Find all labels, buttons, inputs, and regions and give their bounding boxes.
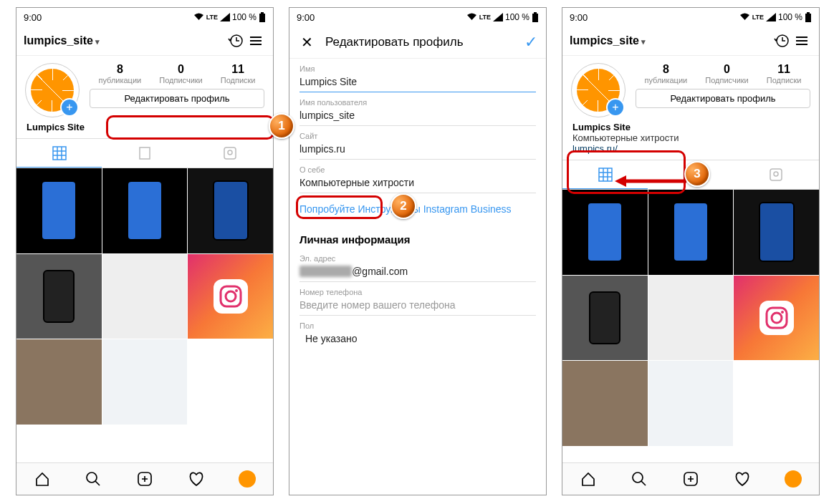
edit-header: ✕ Редактировать профиль ✓	[289, 26, 546, 59]
post-thumb[interactable]	[734, 361, 819, 446]
post-thumb[interactable]	[188, 168, 273, 253]
post-thumb[interactable]	[188, 254, 273, 339]
stat-following[interactable]: 11Подписки	[221, 63, 256, 84]
field-website[interactable]: Сайт lumpics.ru	[289, 126, 546, 160]
status-icons: LTE 100 %	[466, 12, 539, 22]
field-bio[interactable]: О себе Компьютерные хитрости	[289, 160, 546, 193]
menu-icon[interactable]	[246, 31, 266, 51]
tab-grid[interactable]	[562, 160, 648, 189]
profile-row: + 8публикации 0Подписчики 11Подписки Ред…	[16, 56, 273, 120]
history-icon[interactable]	[226, 31, 246, 51]
field-phone[interactable]: Номер телефона Введите номер вашего теле…	[289, 282, 546, 316]
svg-point-21	[781, 311, 784, 314]
field-username[interactable]: Имя пользователя lumpics_site	[289, 92, 546, 126]
signal-icon	[493, 13, 503, 21]
profile-header: lumpics_site	[562, 26, 819, 56]
signal-icon	[220, 13, 230, 21]
add-story-icon[interactable]: +	[60, 98, 79, 117]
post-thumb[interactable]	[16, 254, 102, 339]
profile-header: lumpics_site	[16, 26, 273, 56]
svg-point-22	[633, 472, 643, 483]
status-time: 9:00	[570, 12, 739, 23]
input-bio[interactable]: Компьютерные хитрости	[299, 174, 536, 193]
stat-following[interactable]: 11Подписки	[767, 63, 802, 84]
status-bar: 9:00 LTE 100 %	[289, 8, 546, 26]
tab-tagged[interactable]	[734, 160, 819, 189]
screen-edit-profile: 9:00 LTE 100 % ✕ Редактировать профиль ✓…	[289, 7, 547, 495]
step-marker-1: 1	[269, 113, 294, 139]
post-thumb[interactable]	[734, 190, 819, 275]
bio-link[interactable]: lumpics.ru/	[572, 143, 809, 154]
avatar[interactable]: +	[571, 63, 626, 117]
svg-rect-14	[807, 12, 810, 14]
stat-followers[interactable]: 0Подписчики	[159, 63, 203, 84]
field-gender[interactable]: Пол Не указано	[289, 316, 546, 349]
post-thumb[interactable]	[102, 339, 188, 425]
edit-profile-button[interactable]: Редактировать профиль	[636, 89, 810, 108]
tab-tagged[interactable]	[188, 139, 273, 168]
stat-followers[interactable]: 0Подписчики	[705, 63, 749, 84]
confirm-icon[interactable]: ✓	[524, 33, 537, 52]
nav-home-icon[interactable]	[16, 463, 68, 495]
post-thumb[interactable]	[102, 168, 188, 253]
field-name[interactable]: Имя Lumpics Site	[289, 59, 546, 92]
edit-profile-button[interactable]: Редактировать профиль	[90, 89, 264, 108]
wifi-icon	[466, 13, 477, 21]
close-icon[interactable]: ✕	[298, 34, 315, 51]
nav-search-icon[interactable]	[68, 463, 120, 495]
section-personal: Личная информация	[289, 225, 546, 248]
username-dropdown[interactable]: lumpics_site	[24, 34, 226, 47]
svg-rect-0	[259, 14, 265, 22]
nav-activity-icon[interactable]	[716, 463, 768, 495]
stat-posts[interactable]: 8публикации	[645, 63, 688, 84]
field-email[interactable]: Эл. адрес lumpics.site@gmail.com	[289, 248, 546, 282]
status-icons: LTE 100 %	[739, 12, 812, 22]
input-username[interactable]: lumpics_site	[299, 107, 536, 126]
post-thumb[interactable]	[562, 361, 648, 446]
network-label: LTE	[752, 14, 764, 21]
screen-profile-before: 9:00 LTE 100 % lumpics_site + 8публикаци…	[16, 7, 274, 495]
battery-icon	[259, 12, 266, 22]
nav-activity-icon[interactable]	[171, 463, 222, 495]
nav-search-icon[interactable]	[614, 463, 666, 495]
input-phone[interactable]: Введите номер вашего телефона	[299, 296, 536, 316]
post-thumb[interactable]	[102, 254, 188, 339]
post-thumb[interactable]	[648, 276, 734, 361]
post-thumb[interactable]	[734, 276, 819, 361]
nav-profile-icon[interactable]	[221, 463, 273, 495]
nav-profile-icon[interactable]	[767, 463, 819, 495]
network-label: LTE	[479, 14, 491, 21]
svg-rect-3	[140, 147, 150, 159]
nav-add-icon[interactable]	[665, 463, 716, 495]
history-icon[interactable]	[772, 31, 792, 51]
input-website[interactable]: lumpics.ru	[299, 140, 536, 160]
input-email[interactable]: lumpics.site@gmail.com	[299, 263, 536, 282]
post-thumb[interactable]	[16, 339, 102, 425]
avatar[interactable]: +	[25, 63, 80, 117]
nav-home-icon[interactable]	[562, 463, 614, 495]
tab-feed[interactable]	[102, 139, 187, 168]
post-thumb[interactable]	[188, 339, 273, 425]
label-email: Эл. адрес	[299, 254, 536, 263]
nav-add-icon[interactable]	[119, 463, 171, 495]
post-thumb[interactable]	[648, 361, 734, 446]
profile-tabs	[16, 138, 273, 168]
svg-rect-13	[805, 14, 811, 22]
tab-grid[interactable]	[16, 139, 102, 168]
label-gender: Пол	[299, 321, 536, 330]
post-thumb[interactable]	[562, 190, 648, 275]
input-gender[interactable]: Не указано	[299, 330, 536, 349]
label-name: Имя	[299, 64, 536, 73]
input-name[interactable]: Lumpics Site	[299, 73, 536, 92]
post-thumb[interactable]	[562, 276, 648, 361]
stats-block: 8публикации 0Подписчики 11Подписки Редак…	[90, 63, 264, 117]
post-thumb[interactable]	[16, 168, 102, 253]
svg-point-9	[87, 472, 97, 483]
menu-icon[interactable]	[792, 31, 812, 51]
svg-rect-4	[224, 147, 236, 159]
post-thumb[interactable]	[648, 190, 734, 275]
username-dropdown[interactable]: lumpics_site	[570, 34, 772, 47]
stat-posts[interactable]: 8публикации	[99, 63, 142, 84]
add-story-icon[interactable]: +	[606, 98, 625, 117]
business-tools-link[interactable]: Попробуйте Инструменты Instagram Busines…	[289, 193, 546, 225]
